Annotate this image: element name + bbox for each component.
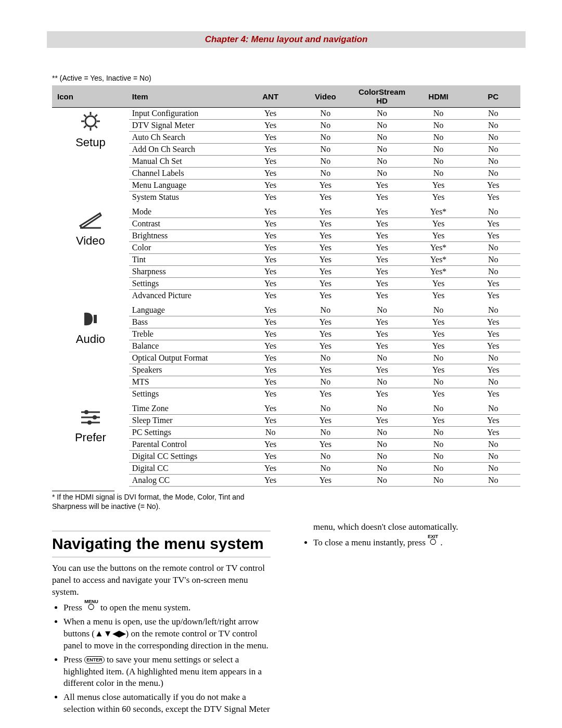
group-icon-cell: Setup xyxy=(52,108,129,205)
value-cell: Yes xyxy=(298,266,353,278)
value-cell: Yes xyxy=(243,242,298,254)
value-cell: No xyxy=(466,475,520,487)
value-cell: No xyxy=(353,168,411,180)
svg-rect-10 xyxy=(94,315,97,323)
value-cell: Yes xyxy=(466,316,520,328)
value-cell: Yes xyxy=(411,230,466,242)
col-header: ColorStream HD xyxy=(353,85,411,108)
value-cell: Yes xyxy=(466,218,520,230)
value-cell: Yes xyxy=(353,290,411,303)
value-cell: Yes xyxy=(353,328,411,340)
svg-point-14 xyxy=(93,415,97,419)
value-cell: No xyxy=(353,376,411,388)
value-cell: Yes xyxy=(411,364,466,376)
value-cell: Yes xyxy=(243,439,298,451)
item-cell: Add On Ch Search xyxy=(129,144,243,156)
value-cell: Yes xyxy=(298,218,353,230)
value-cell: Yes xyxy=(411,316,466,328)
col-header: HDMI xyxy=(411,85,466,108)
setup-icon xyxy=(76,110,105,135)
svg-point-12 xyxy=(84,410,88,414)
value-cell: Yes xyxy=(243,451,298,463)
item-cell: Digital CC Settings xyxy=(129,451,243,463)
value-cell: Yes xyxy=(353,388,411,402)
item-cell: Parental Control xyxy=(129,439,243,451)
bullet-1: Press MENU to open the menu system. xyxy=(63,601,271,614)
value-cell: No xyxy=(298,132,353,144)
item-cell: Bass xyxy=(129,316,243,328)
value-cell: No xyxy=(466,242,520,254)
value-cell: Yes xyxy=(466,278,520,290)
value-cell: Yes xyxy=(243,401,298,415)
value-cell: Yes xyxy=(411,191,466,205)
group-label: Prefer xyxy=(55,431,126,444)
value-cell: No xyxy=(411,439,466,451)
bullet-3-a: Press xyxy=(63,655,84,665)
value-cell: Yes xyxy=(298,191,353,205)
value-cell: No xyxy=(298,303,353,316)
bullet-5-b: . xyxy=(440,538,442,547)
value-cell: Yes xyxy=(353,254,411,266)
item-cell: Language xyxy=(129,303,243,316)
bullet-4: All menus close automatically if you do … xyxy=(63,692,271,716)
value-cell: No xyxy=(466,108,520,120)
value-cell: Yes xyxy=(411,328,466,340)
value-cell: Yes xyxy=(353,230,411,242)
value-cell: Yes xyxy=(411,278,466,290)
value-cell: Yes xyxy=(243,266,298,278)
svg-point-16 xyxy=(87,420,92,425)
svg-line-4 xyxy=(84,125,86,127)
bullet-2: When a menu is open, use the up/down/lef… xyxy=(63,616,271,652)
item-cell: Tint xyxy=(129,254,243,266)
value-cell: No xyxy=(411,376,466,388)
value-cell: No xyxy=(411,108,466,120)
value-cell: Yes xyxy=(353,218,411,230)
value-cell: Yes xyxy=(243,303,298,316)
value-cell: No xyxy=(353,439,411,451)
item-cell: PC Settings xyxy=(129,427,243,439)
item-cell: Mode xyxy=(129,205,243,218)
bullet-list-left: Press MENU to open the menu system. When… xyxy=(52,601,271,716)
feature-table: IconItemANTVideoColorStream HDHDMIPC Set… xyxy=(52,85,520,487)
value-cell: Yes xyxy=(243,340,298,352)
value-cell: No xyxy=(353,451,411,463)
value-cell: Yes xyxy=(298,364,353,376)
value-cell: Yes xyxy=(466,364,520,376)
svg-line-8 xyxy=(95,114,97,117)
value-cell: No xyxy=(298,352,353,364)
value-cell: No xyxy=(466,156,520,168)
item-cell: Menu Language xyxy=(129,180,243,191)
value-cell: No xyxy=(353,144,411,156)
svg-line-2 xyxy=(95,125,97,127)
value-cell: No xyxy=(298,168,353,180)
value-cell: Yes xyxy=(243,475,298,487)
section-title: Navigating the menu system xyxy=(52,531,271,557)
item-cell: Sharpness xyxy=(129,266,243,278)
col-header: PC xyxy=(466,85,520,108)
value-cell: No xyxy=(466,205,520,218)
value-cell: No xyxy=(466,254,520,266)
value-cell: Yes xyxy=(298,415,353,427)
value-cell: Yes xyxy=(298,475,353,487)
svg-line-6 xyxy=(84,114,86,117)
value-cell: Yes xyxy=(466,427,520,439)
video-icon xyxy=(76,208,105,233)
value-cell: No xyxy=(298,108,353,120)
col-header: Icon xyxy=(52,85,129,108)
value-cell: No xyxy=(466,120,520,132)
value-cell: Yes xyxy=(466,290,520,303)
value-cell: Yes xyxy=(411,290,466,303)
value-cell: Yes xyxy=(243,254,298,266)
item-cell: Analog CC xyxy=(129,475,243,487)
item-cell: Settings xyxy=(129,388,243,402)
value-cell: Yes xyxy=(353,415,411,427)
item-cell: Sleep Timer xyxy=(129,415,243,427)
value-cell: No xyxy=(298,451,353,463)
item-cell: MTS xyxy=(129,376,243,388)
value-cell: No xyxy=(298,463,353,475)
value-cell: No xyxy=(353,132,411,144)
value-cell: Yes xyxy=(243,168,298,180)
chapter-header: Chapter 4: Menu layout and navigation xyxy=(47,31,526,48)
table-row: VideoModeYesYesYesYes*No xyxy=(52,205,520,218)
value-cell: Yes xyxy=(243,415,298,427)
